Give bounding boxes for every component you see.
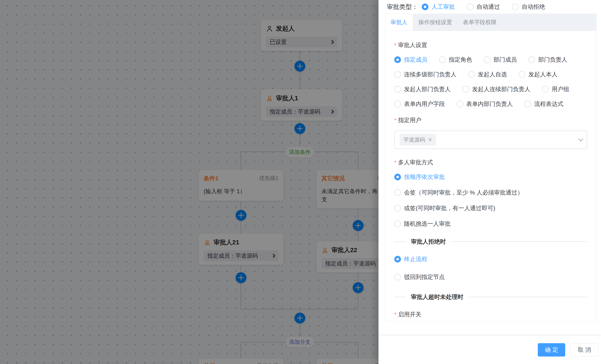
radio-icon [394, 101, 401, 107]
user-tag: 芋道源码 ✕ [400, 134, 436, 146]
specify-user-label: * 指定用户 [394, 116, 587, 124]
reject-radio-group: 终止流程 驳回到指定节点 [394, 255, 587, 281]
radio-icon [524, 101, 531, 107]
tab-content: * 审批人设置 指定成员 指定角色 部门成员 部门负责人 [385, 31, 596, 321]
radio-icon [456, 101, 463, 107]
multi-approve-label: * 多人审批方式 [394, 159, 587, 166]
reject-section-divider: 审批人拒绝时 [394, 238, 587, 246]
radio-sequential-approval[interactable]: 按顺序依次审批 [394, 173, 587, 181]
radio-icon [394, 86, 401, 92]
reject-section-title: 审批人拒绝时 [406, 238, 451, 246]
radio-icon [462, 86, 469, 92]
radio-icon [467, 3, 473, 10]
radio-icon [394, 189, 401, 196]
radio-icon [422, 3, 428, 10]
radio-icon [484, 56, 490, 63]
radio-initiator-self[interactable]: 发起人本人 [519, 71, 558, 78]
approver-setting-row: 发起人部门负责人 发起人连续部门负责人 用户组 [394, 85, 587, 93]
required-asterisk: * [394, 117, 396, 123]
approver-setting-row: 连续多级部门负责人 发起人自选 发起人本人 [394, 71, 587, 78]
radio-icon [394, 174, 401, 180]
cancel-button[interactable]: 取 消 [571, 343, 598, 356]
radio-auto-approve[interactable]: 自动通过 [467, 3, 500, 11]
timeout-section-divider: 审批人超时未处理时 [394, 293, 587, 301]
radio-process-expression[interactable]: 流程表达式 [524, 100, 563, 108]
radio-dept-leader[interactable]: 部门负责人 [528, 56, 567, 64]
tag-close-icon[interactable]: ✕ [428, 137, 432, 143]
required-asterisk: * [394, 42, 396, 49]
approver-setting-row: 表单内用户字段 表单内部门负责人 流程表达式 [394, 100, 587, 108]
user-tag-label: 芋道源码 [403, 136, 425, 143]
radio-icon [394, 71, 401, 78]
approver-setting-label: * 审批人设置 [394, 41, 587, 49]
radio-initiator-dept-leader[interactable]: 发起人部门负责人 [394, 85, 451, 93]
radio-countersign[interactable]: 会签（可同时审批，至少 % 人必须审批通过） [394, 189, 587, 197]
multi-approve-radio-group: 按顺序依次审批 会签（可同时审批，至少 % 人必须审批通过） 或签(可同时审批，… [394, 173, 587, 228]
radio-form-dept-leader[interactable]: 表单内部门负责人 [456, 100, 513, 108]
enable-switch-label: * 启用开关 [394, 311, 587, 318]
confirm-button[interactable]: 确 定 [538, 343, 565, 356]
approver-settings-drawer: 审批类型： 人工审批 自动通过 自动拒绝 审批人 操作按钮设置 表单字段权限 [379, 0, 601, 364]
approval-type-label: 审批类型： [387, 3, 418, 11]
radio-icon [394, 205, 401, 212]
radio-specified-role[interactable]: 指定角色 [439, 56, 472, 64]
radio-return-to-node[interactable]: 驳回到指定节点 [394, 273, 587, 281]
tab-approver[interactable]: 审批人 [385, 14, 413, 30]
radio-icon [528, 56, 535, 63]
approval-type-row: 审批类型： 人工审批 自动通过 自动拒绝 [379, 0, 601, 14]
drawer-footer: 确 定 取 消 [379, 335, 601, 364]
required-asterisk: * [394, 311, 396, 318]
radio-initiator-choose[interactable]: 发起人自选 [468, 71, 507, 78]
radio-user-group[interactable]: 用户组 [542, 85, 569, 93]
radio-form-user-field[interactable]: 表单内用户字段 [394, 100, 445, 108]
approval-type-radio-group: 人工审批 自动通过 自动拒绝 [422, 3, 545, 11]
tab-bar: 审批人 操作按钮设置 表单字段权限 [385, 14, 596, 31]
radio-initiator-multi-dept-leader[interactable]: 发起人连续部门负责人 [462, 85, 530, 93]
settings-tabs-card: 审批人 操作按钮设置 表单字段权限 * 审批人设置 指定成员 指定角色 [385, 14, 596, 321]
tab-action-buttons[interactable]: 操作按钮设置 [413, 14, 458, 30]
radio-multi-level-dept-leader[interactable]: 连续多级部门负责人 [394, 71, 456, 78]
required-asterisk: * [394, 159, 396, 166]
radio-icon [439, 56, 446, 63]
radio-random-one[interactable]: 随机挑选一人审批 [394, 220, 587, 228]
approver-setting-row: 指定成员 指定角色 部门成员 部门负责人 [394, 56, 587, 64]
radio-auto-reject[interactable]: 自动拒绝 [512, 3, 545, 11]
timeout-section-title: 审批人超时未处理时 [406, 293, 468, 301]
radio-dept-member[interactable]: 部门成员 [484, 56, 517, 64]
radio-orsign[interactable]: 或签(可同时审批，有一人通过即可) [394, 204, 587, 212]
chevron-down-icon [578, 136, 583, 142]
radio-specified-member[interactable]: 指定成员 [394, 56, 427, 64]
tab-form-field-permissions[interactable]: 表单字段权限 [458, 14, 502, 30]
radio-terminate-process[interactable]: 终止流程 [394, 255, 587, 263]
radio-icon [542, 86, 549, 92]
radio-icon [512, 3, 519, 10]
radio-icon [394, 274, 401, 280]
radio-icon [394, 256, 401, 263]
radio-manual-approval[interactable]: 人工审批 [422, 3, 455, 11]
radio-icon [394, 221, 401, 227]
specify-user-select[interactable]: 芋道源码 ✕ [394, 131, 587, 149]
radio-icon [468, 71, 475, 78]
radio-icon [394, 56, 401, 63]
radio-icon [519, 71, 525, 78]
